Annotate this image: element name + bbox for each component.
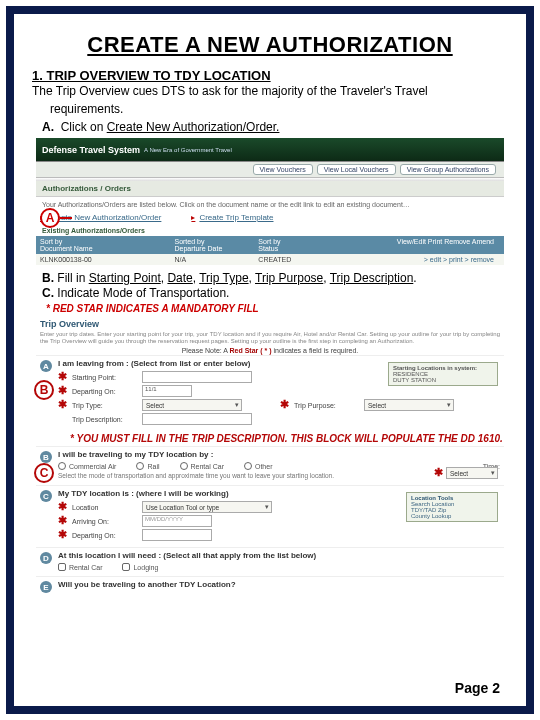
starting-locations-box: Starting Locations in system: RESIDENCE … xyxy=(388,362,498,386)
auth-panel-title: Authorizations / Orders xyxy=(36,181,504,197)
create-trip-template-link[interactable]: Create Trip Template xyxy=(199,213,273,222)
red-star-note: * RED STAR INDICATES A MANDATORY FILL xyxy=(46,303,508,314)
nav-vouchers[interactable]: View Vouchers xyxy=(253,164,313,175)
step-a: A. Click on Create New Authorization/Ord… xyxy=(32,120,508,134)
step-c: C. Indicate Mode of Transportation. xyxy=(32,286,508,300)
callout-b: B xyxy=(34,380,54,400)
mode-air[interactable]: Commercial Air xyxy=(58,462,116,470)
mode-rail[interactable]: Rail xyxy=(136,462,159,470)
starting-point-label: Starting Point: xyxy=(72,374,138,381)
existing-auth-label: Existing Authorizations/Orders xyxy=(36,225,504,236)
trip-overview-desc: Enter your trip dates. Enter your starti… xyxy=(36,331,504,346)
intro-line2: requirements. xyxy=(32,102,508,117)
screenshot-dts-orders: Defense Travel System A New Era of Gover… xyxy=(36,138,504,265)
trip-overview-title: Trip Overview xyxy=(36,317,504,331)
step-chip-c: C xyxy=(40,490,52,502)
trip-type-select[interactable]: Select xyxy=(142,399,242,411)
step-chip-e: E xyxy=(40,581,52,593)
star-icon: ✱ xyxy=(58,374,67,380)
callout-a: A xyxy=(40,208,60,228)
step-chip-d: D xyxy=(40,552,52,564)
trip-purpose-select[interactable]: Select xyxy=(364,399,454,411)
auth-table-header: Sort byDocument Name Sorted byDeparture … xyxy=(36,236,504,254)
arriving-on-label: Arriving On: xyxy=(72,518,138,525)
trip-desc-label: Trip Description: xyxy=(72,416,138,423)
need-rental-car[interactable]: Rental Car xyxy=(58,563,102,571)
need-at-location-heading: At this location I will need : (Select a… xyxy=(58,551,500,560)
departing-on-input-2[interactable] xyxy=(142,529,212,541)
need-lodging[interactable]: Lodging xyxy=(122,563,158,571)
callout-c: C xyxy=(34,463,54,483)
step-chip-b: B xyxy=(40,451,52,463)
star-icon: ✱ xyxy=(434,466,443,478)
auth-panel-desc: Your Authorizations/Orders are listed be… xyxy=(36,197,504,210)
star-icon: ✱ xyxy=(58,532,67,538)
trip-desc-input[interactable] xyxy=(142,413,252,425)
star-icon: ✱ xyxy=(58,388,67,394)
step-chip-a: A xyxy=(40,360,52,372)
mode-other[interactable]: Other xyxy=(244,462,273,470)
arriving-on-input[interactable]: MM/DD/YYYY xyxy=(142,515,212,527)
section-heading: 1. TRIP OVERVIEW TO TDY LOCATION xyxy=(32,68,508,83)
red-star-inline-note: Please Note: A Red Star ( * ) indicates … xyxy=(36,346,504,355)
star-icon: ✱ xyxy=(58,518,67,524)
time-select[interactable]: Select xyxy=(446,467,498,479)
page-title: CREATE A NEW AUTHORIZATION xyxy=(32,32,508,58)
dts-navbar: View Vouchers View Local Vouchers View G… xyxy=(36,162,504,178)
trip-type-label: Trip Type: xyxy=(72,402,138,409)
departing-on-label-2: Departing On: xyxy=(72,532,138,539)
location-tools-box: Location Tools Search Location TDY/TAD Z… xyxy=(406,492,498,522)
star-icon: ✱ xyxy=(58,402,67,408)
nav-group-auth[interactable]: View Group Authorizations xyxy=(400,164,496,175)
another-tdy-heading: Will you be traveling to another TDY Loc… xyxy=(58,580,500,589)
screenshot-trip-overview: Trip Overview Enter your trip dates. Ent… xyxy=(36,317,504,596)
trip-desc-warning: * YOU MUST FILL IN THE TRIP DESCRIPTION.… xyxy=(70,433,504,444)
departing-on-input[interactable]: 11/1 xyxy=(142,385,192,397)
departing-on-label: Departing On: xyxy=(72,388,138,395)
nav-local-vouchers[interactable]: View Local Vouchers xyxy=(317,164,396,175)
dts-logo: Defense Travel System xyxy=(42,145,140,155)
traveling-by-heading: I will be traveling to my TDY location b… xyxy=(58,450,500,459)
star-icon: ✱ xyxy=(280,402,289,408)
intro-line1: The Trip Overview cues DTS to ask for th… xyxy=(32,84,508,99)
trip-purpose-label: Trip Purpose: xyxy=(294,402,360,409)
mode-rental[interactable]: Rental Car xyxy=(180,462,224,470)
location-input[interactable]: Use Location Tool or type xyxy=(142,501,272,513)
starting-point-input[interactable] xyxy=(142,371,252,383)
page-number: Page 2 xyxy=(455,680,500,696)
table-row[interactable]: KLNK000138-00 N/A CREATED > edit > print… xyxy=(36,254,504,265)
step-b: B. Fill in Starting Point, Date, Trip Ty… xyxy=(32,271,508,285)
star-icon: ✱ xyxy=(58,504,67,510)
location-label: Location xyxy=(72,504,138,511)
